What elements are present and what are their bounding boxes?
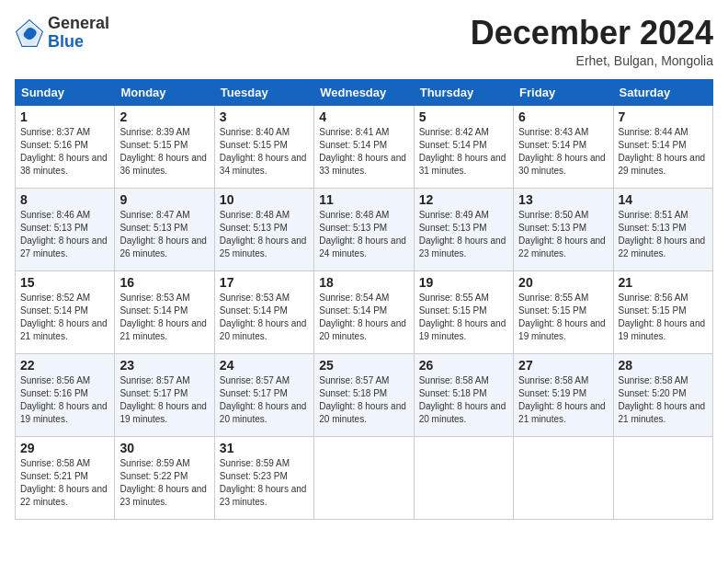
day-number: 11: [319, 192, 408, 207]
calendar-table: SundayMondayTuesdayWednesdayThursdayFrid…: [15, 79, 713, 520]
day-number: 26: [419, 358, 508, 373]
day-detail: Sunrise: 8:44 AMSunset: 5:14 PMDaylight:…: [619, 127, 706, 176]
month-title: December 2024: [471, 15, 713, 52]
day-cell: 21Sunrise: 8:56 AMSunset: 5:15 PMDayligh…: [613, 270, 712, 353]
header-row: SundayMondayTuesdayWednesdayThursdayFrid…: [16, 79, 713, 105]
day-detail: Sunrise: 8:41 AMSunset: 5:14 PMDaylight:…: [319, 127, 406, 176]
calendar-header: SundayMondayTuesdayWednesdayThursdayFrid…: [16, 79, 713, 105]
day-detail: Sunrise: 8:53 AMSunset: 5:14 PMDaylight:…: [119, 293, 207, 341]
day-detail: Sunrise: 8:57 AMSunset: 5:17 PMDaylight:…: [220, 375, 307, 424]
logo-general: General: [48, 14, 109, 32]
day-cell: 26Sunrise: 8:58 AMSunset: 5:18 PMDayligh…: [414, 353, 513, 436]
col-header-saturday: Saturday: [613, 79, 712, 105]
day-cell: 16Sunrise: 8:53 AMSunset: 5:14 PMDayligh…: [115, 270, 214, 353]
day-number: 16: [119, 275, 209, 290]
col-header-thursday: Thursday: [414, 79, 513, 105]
day-cell: 9Sunrise: 8:47 AMSunset: 5:13 PMDaylight…: [115, 188, 214, 270]
day-detail: Sunrise: 8:53 AMSunset: 5:14 PMDaylight:…: [220, 293, 307, 341]
day-detail: Sunrise: 8:58 AMSunset: 5:21 PMDaylight:…: [20, 458, 108, 507]
day-cell: 24Sunrise: 8:57 AMSunset: 5:17 PMDayligh…: [214, 353, 313, 436]
day-number: 5: [419, 109, 508, 124]
day-cell: 19Sunrise: 8:55 AMSunset: 5:15 PMDayligh…: [414, 270, 513, 353]
day-detail: Sunrise: 8:39 AMSunset: 5:15 PMDaylight:…: [119, 127, 207, 176]
day-detail: Sunrise: 8:50 AMSunset: 5:13 PMDaylight:…: [518, 210, 606, 259]
day-detail: Sunrise: 8:46 AMSunset: 5:13 PMDaylight:…: [20, 210, 108, 259]
day-detail: Sunrise: 8:57 AMSunset: 5:18 PMDaylight:…: [319, 375, 406, 424]
day-cell: 23Sunrise: 8:57 AMSunset: 5:17 PMDayligh…: [115, 353, 214, 436]
day-cell: 20Sunrise: 8:55 AMSunset: 5:15 PMDayligh…: [514, 270, 613, 353]
week-row-3: 15Sunrise: 8:52 AMSunset: 5:14 PMDayligh…: [16, 270, 713, 353]
day-number: 21: [619, 275, 708, 290]
day-number: 17: [220, 275, 309, 290]
day-cell: 15Sunrise: 8:52 AMSunset: 5:14 PMDayligh…: [16, 270, 115, 353]
day-cell: 5Sunrise: 8:42 AMSunset: 5:14 PMDaylight…: [414, 105, 513, 188]
day-cell: [314, 436, 414, 519]
day-cell: 28Sunrise: 8:58 AMSunset: 5:20 PMDayligh…: [613, 353, 712, 436]
day-number: 29: [20, 441, 109, 455]
day-detail: Sunrise: 8:37 AMSunset: 5:16 PMDaylight:…: [20, 127, 108, 176]
day-cell: 10Sunrise: 8:48 AMSunset: 5:13 PMDayligh…: [214, 188, 313, 270]
week-row-2: 8Sunrise: 8:46 AMSunset: 5:13 PMDaylight…: [16, 188, 713, 270]
day-number: 3: [220, 109, 309, 124]
day-cell: 18Sunrise: 8:54 AMSunset: 5:14 PMDayligh…: [314, 270, 414, 353]
day-number: 18: [319, 275, 408, 290]
day-number: 15: [20, 275, 109, 290]
day-number: 13: [518, 192, 608, 207]
day-number: 24: [220, 358, 309, 373]
day-number: 19: [419, 275, 508, 290]
day-detail: Sunrise: 8:42 AMSunset: 5:14 PMDaylight:…: [419, 127, 506, 176]
title-block: December 2024 Erhet, Bulgan, Mongolia: [471, 15, 713, 68]
col-header-monday: Monday: [115, 79, 214, 105]
day-detail: Sunrise: 8:54 AMSunset: 5:14 PMDaylight:…: [319, 293, 406, 341]
day-cell: 2Sunrise: 8:39 AMSunset: 5:15 PMDaylight…: [115, 105, 214, 188]
day-cell: 7Sunrise: 8:44 AMSunset: 5:14 PMDaylight…: [613, 105, 712, 188]
logo-blue: Blue: [48, 32, 84, 51]
day-number: 20: [518, 275, 608, 290]
day-number: 22: [20, 358, 109, 373]
day-detail: Sunrise: 8:52 AMSunset: 5:14 PMDaylight:…: [20, 293, 108, 341]
day-cell: 25Sunrise: 8:57 AMSunset: 5:18 PMDayligh…: [314, 353, 414, 436]
day-detail: Sunrise: 8:49 AMSunset: 5:13 PMDaylight:…: [419, 210, 506, 259]
day-detail: Sunrise: 8:58 AMSunset: 5:18 PMDaylight:…: [419, 375, 506, 424]
day-number: 1: [20, 109, 109, 124]
day-number: 27: [518, 358, 608, 373]
day-number: 9: [119, 192, 209, 207]
logo: General Blue: [15, 15, 109, 52]
day-number: 30: [119, 441, 209, 455]
day-number: 28: [619, 358, 708, 373]
day-cell: 27Sunrise: 8:58 AMSunset: 5:19 PMDayligh…: [514, 353, 613, 436]
day-cell: [414, 436, 513, 519]
day-detail: Sunrise: 8:48 AMSunset: 5:13 PMDaylight:…: [220, 210, 307, 259]
day-cell: 30Sunrise: 8:59 AMSunset: 5:22 PMDayligh…: [115, 436, 214, 519]
week-row-5: 29Sunrise: 8:58 AMSunset: 5:21 PMDayligh…: [16, 436, 713, 519]
day-cell: [514, 436, 613, 519]
day-detail: Sunrise: 8:57 AMSunset: 5:17 PMDaylight:…: [119, 375, 207, 424]
day-number: 6: [518, 109, 608, 124]
location: Erhet, Bulgan, Mongolia: [471, 53, 713, 68]
day-cell: 8Sunrise: 8:46 AMSunset: 5:13 PMDaylight…: [16, 188, 115, 270]
day-number: 8: [20, 192, 109, 207]
day-cell: 1Sunrise: 8:37 AMSunset: 5:16 PMDaylight…: [16, 105, 115, 188]
col-header-tuesday: Tuesday: [214, 79, 313, 105]
day-cell: 17Sunrise: 8:53 AMSunset: 5:14 PMDayligh…: [214, 270, 313, 353]
day-detail: Sunrise: 8:55 AMSunset: 5:15 PMDaylight:…: [518, 293, 606, 341]
day-detail: Sunrise: 8:43 AMSunset: 5:14 PMDaylight:…: [518, 127, 606, 176]
col-header-wednesday: Wednesday: [314, 79, 414, 105]
day-detail: Sunrise: 8:48 AMSunset: 5:13 PMDaylight:…: [319, 210, 406, 259]
day-cell: 31Sunrise: 8:59 AMSunset: 5:23 PMDayligh…: [214, 436, 313, 519]
col-header-friday: Friday: [514, 79, 613, 105]
day-detail: Sunrise: 8:58 AMSunset: 5:19 PMDaylight:…: [518, 375, 606, 424]
day-detail: Sunrise: 8:40 AMSunset: 5:15 PMDaylight:…: [220, 127, 307, 176]
day-detail: Sunrise: 8:51 AMSunset: 5:13 PMDaylight:…: [619, 210, 706, 259]
day-number: 14: [619, 192, 708, 207]
day-detail: Sunrise: 8:56 AMSunset: 5:16 PMDaylight:…: [20, 375, 108, 424]
day-cell: 12Sunrise: 8:49 AMSunset: 5:13 PMDayligh…: [414, 188, 513, 270]
day-detail: Sunrise: 8:59 AMSunset: 5:23 PMDaylight:…: [220, 458, 307, 507]
day-detail: Sunrise: 8:47 AMSunset: 5:13 PMDaylight:…: [119, 210, 207, 259]
day-number: 2: [119, 109, 209, 124]
week-row-1: 1Sunrise: 8:37 AMSunset: 5:16 PMDaylight…: [16, 105, 713, 188]
day-detail: Sunrise: 8:59 AMSunset: 5:22 PMDaylight:…: [119, 458, 207, 507]
day-cell: 11Sunrise: 8:48 AMSunset: 5:13 PMDayligh…: [314, 188, 414, 270]
day-detail: Sunrise: 8:56 AMSunset: 5:15 PMDaylight:…: [619, 293, 706, 341]
day-cell: 3Sunrise: 8:40 AMSunset: 5:15 PMDaylight…: [214, 105, 313, 188]
